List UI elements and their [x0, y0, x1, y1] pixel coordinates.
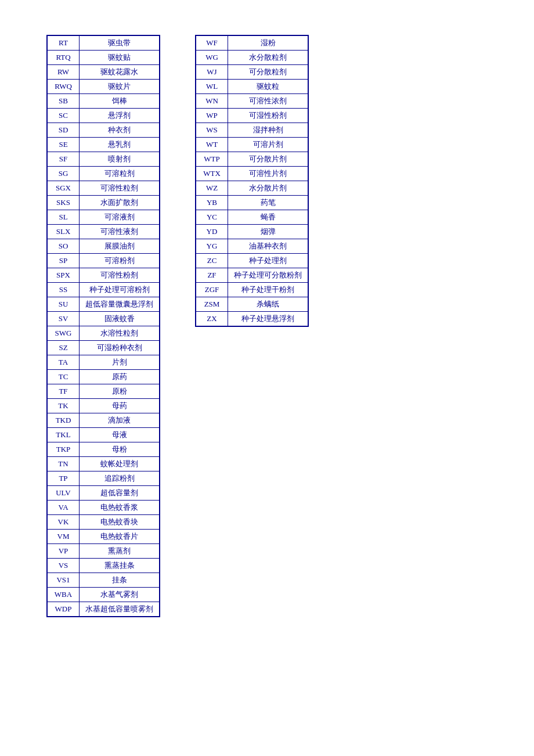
code-cell: SF	[48, 152, 80, 167]
name-cell: 种子处理可溶粉剂	[80, 283, 160, 297]
name-cell: 可溶粒剂	[80, 167, 160, 181]
table-row: TC原药	[48, 370, 160, 384]
name-cell: 可分散片剂	[228, 152, 308, 167]
left-table-container: RT驱虫带RTQ驱蚊贴RW驱蚊花露水RWQ驱蚊片SB饵棒SC悬浮剂SD种衣剂SE…	[46, 35, 160, 617]
page: RT驱虫带RTQ驱蚊贴RW驱蚊花露水RWQ驱蚊片SB饵棒SC悬浮剂SD种衣剂SE…	[0, 0, 534, 756]
table-row: WZ水分散片剂	[196, 181, 308, 196]
code-cell: SU	[48, 297, 80, 312]
table-row: SB饵棒	[48, 94, 160, 109]
name-cell: 种子处理可分散粉剂	[228, 268, 308, 283]
name-cell: 药笔	[228, 196, 308, 210]
name-cell: 母药	[80, 399, 160, 413]
tables-wrapper: RT驱虫带RTQ驱蚊贴RW驱蚊花露水RWQ驱蚊片SB饵棒SC悬浮剂SD种衣剂SE…	[46, 35, 309, 617]
table-row: WN可溶性浓剂	[196, 94, 308, 109]
name-cell: 可溶性片剂	[228, 167, 308, 181]
code-cell: WT	[196, 138, 228, 152]
table-row: WS湿拌种剂	[196, 123, 308, 138]
code-cell: WJ	[196, 65, 228, 80]
name-cell: 片剂	[80, 355, 160, 370]
code-cell: YG	[196, 239, 228, 254]
name-cell: 超低容量微囊悬浮剂	[80, 297, 160, 312]
table-row: TA片剂	[48, 355, 160, 370]
code-cell: WS	[196, 123, 228, 138]
code-cell: RWQ	[48, 80, 80, 94]
name-cell: 可溶性粉剂	[80, 268, 160, 283]
table-row: SD种衣剂	[48, 123, 160, 138]
table-row: YG油基种衣剂	[196, 239, 308, 254]
code-cell: YB	[196, 196, 228, 210]
code-cell: WBA	[48, 588, 80, 602]
name-cell: 水面扩散剂	[80, 196, 160, 210]
table-row: ZSM杀螨纸	[196, 297, 308, 312]
name-cell: 母液	[80, 428, 160, 442]
code-cell: RW	[48, 65, 80, 80]
code-cell: WZ	[196, 181, 228, 196]
code-cell: TKL	[48, 428, 80, 442]
code-cell: YD	[196, 225, 228, 239]
name-cell: 种衣剂	[80, 123, 160, 138]
name-cell: 固液蚊香	[80, 312, 160, 326]
name-cell: 驱蚊花露水	[80, 65, 160, 80]
name-cell: 电热蚊香块	[80, 515, 160, 530]
table-row: SP可溶粉剂	[48, 254, 160, 268]
table-row: WG水分散粒剂	[196, 51, 308, 65]
code-cell: WF	[196, 36, 228, 51]
code-cell: TKD	[48, 413, 80, 428]
right-table: WF湿粉WG水分散粒剂WJ可分散粒剂WL驱蚊粒WN可溶性浓剂WP可湿性粉剂WS湿…	[196, 35, 308, 326]
name-cell: 熏蒸剂	[80, 544, 160, 559]
table-row: SZ可湿粉种衣剂	[48, 341, 160, 355]
table-row: ZF种子处理可分散粉剂	[196, 268, 308, 283]
table-row: VM电热蚊香片	[48, 530, 160, 544]
table-row: SF喷射剂	[48, 152, 160, 167]
code-cell: SO	[48, 239, 80, 254]
table-row: SV固液蚊香	[48, 312, 160, 326]
name-cell: 悬乳剂	[80, 138, 160, 152]
code-cell: VS	[48, 559, 80, 573]
code-cell: TC	[48, 370, 80, 384]
code-cell: TK	[48, 399, 80, 413]
name-cell: 驱虫带	[80, 36, 160, 51]
name-cell: 水分散粒剂	[228, 51, 308, 65]
code-cell: ZSM	[196, 297, 228, 312]
name-cell: 电热蚊香浆	[80, 501, 160, 515]
name-cell: 可分散粒剂	[228, 65, 308, 80]
table-row: SO展膜油剂	[48, 239, 160, 254]
code-cell: RTQ	[48, 51, 80, 65]
name-cell: 挂条	[80, 573, 160, 588]
code-cell: VS1	[48, 573, 80, 588]
table-row: WT可溶片剂	[196, 138, 308, 152]
table-row: WP可湿性粉剂	[196, 109, 308, 123]
code-cell: VP	[48, 544, 80, 559]
name-cell: 蝇香	[228, 210, 308, 225]
table-row: VP熏蒸剂	[48, 544, 160, 559]
code-cell: TN	[48, 457, 80, 471]
table-row: SU超低容量微囊悬浮剂	[48, 297, 160, 312]
table-row: WF湿粉	[196, 36, 308, 51]
name-cell: 种子处理剂	[228, 254, 308, 268]
table-row: WTX可溶性片剂	[196, 167, 308, 181]
name-cell: 悬浮剂	[80, 109, 160, 123]
name-cell: 喷射剂	[80, 152, 160, 167]
table-row: ZC种子处理剂	[196, 254, 308, 268]
code-cell: TKP	[48, 442, 80, 457]
table-row: WJ可分散粒剂	[196, 65, 308, 80]
code-cell: ZGF	[196, 283, 228, 297]
table-row: TKD滴加液	[48, 413, 160, 428]
table-row: YB药笔	[196, 196, 308, 210]
name-cell: 杀螨纸	[228, 297, 308, 312]
name-cell: 超低容量剂	[80, 486, 160, 501]
table-row: TF原粉	[48, 384, 160, 399]
table-row: YD烟弹	[196, 225, 308, 239]
table-row: SL可溶液剂	[48, 210, 160, 225]
table-row: WL驱蚊粒	[196, 80, 308, 94]
name-cell: 驱蚊粒	[228, 80, 308, 94]
code-cell: ULV	[48, 486, 80, 501]
name-cell: 原药	[80, 370, 160, 384]
table-row: YC蝇香	[196, 210, 308, 225]
name-cell: 驱蚊贴	[80, 51, 160, 65]
code-cell: SWG	[48, 326, 80, 341]
name-cell: 可溶性浓剂	[228, 94, 308, 109]
table-row: SS种子处理可溶粉剂	[48, 283, 160, 297]
table-row: SLX可溶性液剂	[48, 225, 160, 239]
code-cell: WTP	[196, 152, 228, 167]
